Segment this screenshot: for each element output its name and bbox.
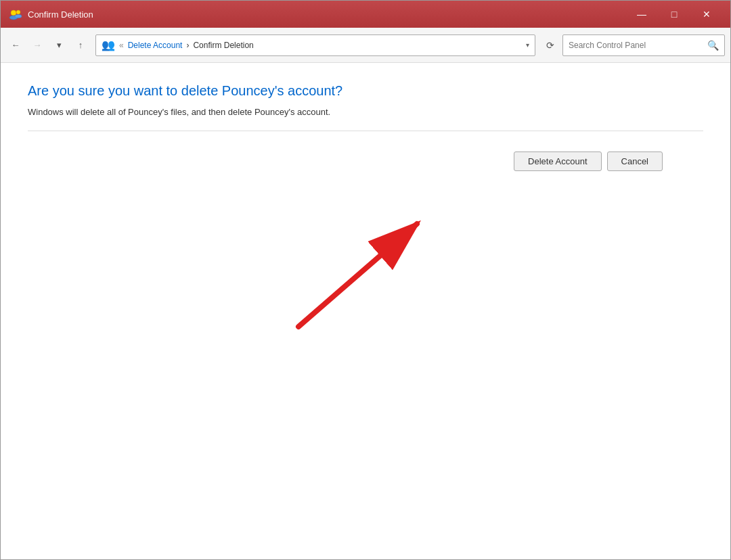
- back-button[interactable]: ←: [6, 36, 25, 55]
- svg-point-0: [11, 10, 16, 16]
- cancel-button[interactable]: Cancel: [607, 151, 663, 171]
- search-box: 🔍: [562, 34, 725, 56]
- window: Confirm Deletion — □ ✕ ← → ▾ ↑ 👥 « Delet…: [0, 0, 731, 560]
- breadcrumb-arrow: ›: [186, 41, 189, 50]
- minimize-button[interactable]: —: [626, 4, 657, 24]
- refresh-button[interactable]: ⟳: [541, 36, 560, 55]
- nav-bar: ← → ▾ ↑ 👥 « Delete Account › Confirm Del…: [1, 28, 730, 63]
- title-bar: Confirm Deletion — □ ✕: [1, 1, 730, 28]
- maximize-button[interactable]: □: [659, 4, 690, 24]
- search-icon: 🔍: [707, 40, 719, 51]
- address-bar: 👥 « Delete Account › Confirm Deletion ▾: [95, 34, 535, 56]
- search-input[interactable]: [569, 41, 707, 50]
- svg-line-5: [298, 224, 417, 327]
- question-desc: Windows will delete all of Pouncey's fil…: [28, 107, 703, 117]
- address-dropdown-button[interactable]: ▾: [526, 41, 529, 49]
- up-button[interactable]: ↑: [71, 36, 90, 55]
- title-bar-controls: — □ ✕: [626, 4, 722, 24]
- address-separator: «: [119, 41, 124, 50]
- question-title: Are you sure you want to delete Pouncey'…: [28, 83, 703, 99]
- delete-account-button[interactable]: Delete Account: [514, 151, 601, 171]
- title-bar-text: Confirm Deletion: [28, 9, 626, 20]
- breadcrumb-delete-account[interactable]: Delete Account: [128, 41, 183, 50]
- breadcrumb-confirm-deletion: Confirm Deletion: [193, 41, 253, 50]
- close-button[interactable]: ✕: [691, 4, 722, 24]
- arrow-annotation: [258, 205, 447, 340]
- address-icon: 👥: [102, 39, 115, 51]
- red-arrow-svg: [258, 205, 447, 340]
- recent-locations-button[interactable]: ▾: [49, 36, 68, 55]
- forward-button[interactable]: →: [28, 36, 47, 55]
- svg-point-3: [15, 15, 22, 18]
- divider: [28, 131, 703, 131]
- content-area: Are you sure you want to delete Pouncey'…: [1, 63, 730, 559]
- svg-point-2: [16, 10, 20, 14]
- window-icon: [9, 7, 22, 21]
- action-buttons: Delete Account Cancel: [28, 151, 703, 171]
